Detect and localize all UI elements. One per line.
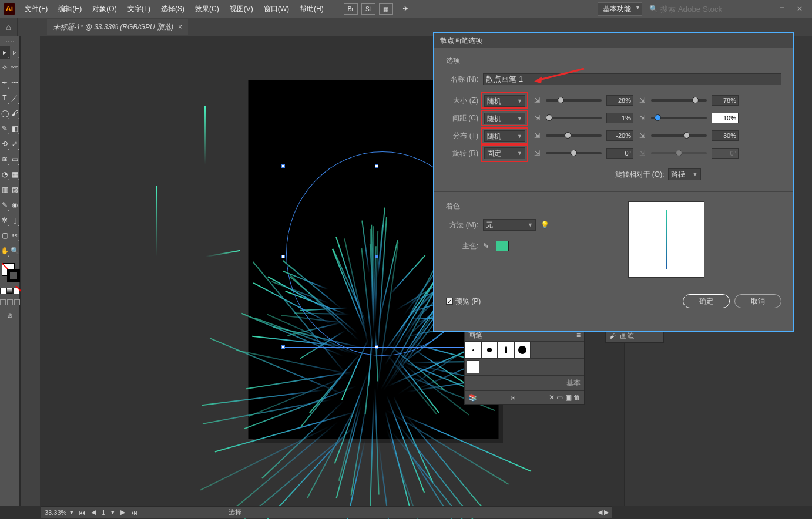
window-maximize[interactable]: □ — [773, 3, 791, 15]
menu-effect[interactable]: 效果(C) — [190, 2, 224, 16]
scrollbar-horizontal[interactable]: ◀ ▶ — [598, 508, 609, 516]
menu-window[interactable]: 窗口(W) — [259, 2, 294, 16]
curvature-tool[interactable]: 〜 — [10, 76, 20, 89]
key-color-swatch[interactable] — [496, 241, 509, 251]
new-brush-icon[interactable]: ▣ — [565, 393, 572, 402]
close-tab-icon[interactable]: × — [178, 23, 182, 31]
free-transform-tool[interactable]: ▭ — [10, 153, 20, 166]
scatter-mode-dropdown[interactable]: 随机▼ — [484, 130, 525, 142]
screen-mode[interactable]: ⎚ — [0, 309, 20, 322]
slice-tool[interactable]: ✂ — [10, 229, 20, 242]
stock-search[interactable]: 🔍 — [649, 5, 743, 14]
libraries-icon[interactable]: 📚 — [468, 393, 477, 402]
next-page-icon[interactable]: ▶ — [119, 508, 127, 516]
rotation-relative-dropdown[interactable]: 路径▼ — [668, 168, 701, 180]
brush-preset[interactable] — [465, 342, 481, 358]
type-tool[interactable]: T — [0, 92, 10, 105]
direct-selection-tool[interactable]: ▹ — [10, 46, 20, 59]
workspace-switcher[interactable]: 基本功能 — [598, 2, 642, 16]
panel-menu-icon[interactable]: ≡ — [576, 331, 581, 339]
prev-page-icon[interactable]: ◀ — [89, 508, 98, 516]
pen-tool[interactable]: ✒ — [0, 76, 10, 89]
spacing-slider-2[interactable] — [651, 117, 707, 119]
fill-stroke-swatch[interactable] — [0, 262, 20, 285]
ok-button[interactable]: 确定 — [683, 294, 730, 308]
magic-wand-tool[interactable]: ✧ — [0, 61, 10, 74]
size-mode-dropdown[interactable]: 随机▼ — [484, 95, 525, 107]
rotation-value-1[interactable]: 0° — [606, 148, 633, 159]
scatter-slider-2[interactable] — [651, 134, 707, 137]
draw-modes[interactable] — [0, 298, 21, 306]
document-tab[interactable]: 未标题-1* @ 33.33% (RGB/GPU 预览) × — [47, 19, 188, 35]
artboard-navigator[interactable]: ⏮ ◀ 1 ▾ ▶ ⏭ — [77, 508, 139, 516]
menu-select[interactable]: 选择(S) — [156, 2, 189, 16]
spacing-mode-dropdown[interactable]: 随机▼ — [484, 113, 525, 124]
shaper-tool[interactable]: ✎ — [0, 122, 10, 135]
brush-options-icon[interactable]: ⎘ — [511, 393, 515, 402]
brush-preset[interactable] — [481, 342, 498, 358]
slider-link-icon[interactable]: ⇲ — [533, 132, 541, 140]
slider-link-icon[interactable]: ⇲ — [533, 114, 541, 122]
menu-file[interactable]: 文件(F) — [20, 2, 52, 16]
size-value-2[interactable]: 78% — [712, 95, 739, 106]
zoom-level[interactable]: 33.33% — [45, 509, 66, 516]
rotate-tool[interactable]: ⟲ — [0, 137, 10, 150]
zoom-dropdown-icon[interactable]: ▾ — [70, 508, 73, 516]
menu-view[interactable]: 视图(V) — [225, 2, 258, 16]
artboard-tool[interactable]: ▢ — [0, 229, 10, 242]
size-value-1[interactable]: 28% — [606, 95, 633, 106]
slider-link-icon[interactable]: ⇲ — [533, 149, 541, 157]
scatter-value-1[interactable]: -20% — [606, 130, 633, 141]
size-slider-1[interactable] — [546, 99, 602, 102]
scale-tool[interactable]: ⤢ — [10, 137, 20, 150]
blend-tool[interactable]: ◉ — [10, 198, 20, 211]
slider-link-icon[interactable]: ⇲ — [638, 114, 646, 122]
eyedropper-icon[interactable]: ✎ — [483, 242, 491, 250]
mesh-tool[interactable]: ▥ — [0, 183, 10, 196]
delete-brush-icon[interactable]: 🗑 — [573, 393, 581, 402]
shape-builder-tool[interactable]: ◔ — [0, 168, 10, 181]
color-mode-none[interactable] — [13, 288, 19, 294]
colorization-method-dropdown[interactable]: 无▼ — [483, 219, 536, 231]
remove-stroke-icon[interactable]: ✕ — [549, 393, 555, 402]
window-minimize[interactable]: — — [756, 3, 773, 15]
slider-link-icon[interactable]: ⇲ — [638, 132, 646, 140]
hand-tool[interactable]: ✋ — [0, 244, 10, 257]
brushes-panel[interactable]: 画笔≡ 基本 📚 ⎘ ✕ ▭ ▣ 🗑 — [464, 329, 585, 405]
lasso-tool[interactable]: 〰 — [10, 61, 20, 74]
bridge-icon[interactable]: Br — [344, 3, 358, 15]
rotation-slider-1[interactable] — [546, 152, 602, 154]
scatter-value-2[interactable]: 30% — [712, 130, 739, 141]
zoom-tool[interactable]: 🔍 — [10, 244, 20, 257]
brush-preset[interactable] — [498, 342, 514, 358]
menu-type[interactable]: 文字(T) — [123, 2, 155, 16]
line-tool[interactable]: ／ — [10, 92, 20, 105]
window-close[interactable]: ✕ — [791, 3, 808, 15]
tips-icon[interactable]: 💡 — [541, 221, 549, 229]
ellipse-tool[interactable]: ◯ — [0, 107, 10, 120]
brush-name-input[interactable] — [483, 73, 781, 85]
page-number[interactable]: 1 — [100, 509, 107, 516]
column-graph-tool[interactable]: ▯ — [10, 214, 20, 227]
size-slider-2[interactable] — [651, 99, 707, 102]
preview-checkbox[interactable]: ✓ 预览 (P) — [446, 296, 481, 306]
brushes-panel-tab[interactable]: 画笔 — [468, 331, 482, 341]
eraser-tool[interactable]: ◧ — [10, 122, 20, 135]
spacing-value-1[interactable]: 1% — [606, 113, 633, 123]
stock-search-input[interactable] — [660, 5, 743, 14]
slider-link-icon[interactable]: ⇲ — [533, 96, 541, 105]
selection-tool[interactable]: ▸ — [0, 46, 10, 59]
rotation-mode-dropdown[interactable]: 固定▼ — [484, 147, 525, 159]
left-panel-strip[interactable] — [20, 36, 40, 506]
first-page-icon[interactable]: ⏮ — [77, 509, 87, 516]
arrange-docs-icon[interactable]: ▦ — [379, 3, 393, 15]
brush-preset[interactable] — [514, 342, 531, 358]
slider-link-icon[interactable]: ⇲ — [638, 96, 646, 105]
menu-help[interactable]: 帮助(H) — [295, 2, 328, 16]
last-page-icon[interactable]: ⏭ — [129, 509, 139, 516]
spacing-slider-1[interactable] — [546, 117, 602, 119]
stock-icon[interactable]: St — [361, 3, 375, 15]
color-mode-solid[interactable] — [0, 288, 6, 294]
page-dropdown-icon[interactable]: ▾ — [109, 508, 116, 516]
menu-edit[interactable]: 编辑(E) — [53, 2, 86, 16]
